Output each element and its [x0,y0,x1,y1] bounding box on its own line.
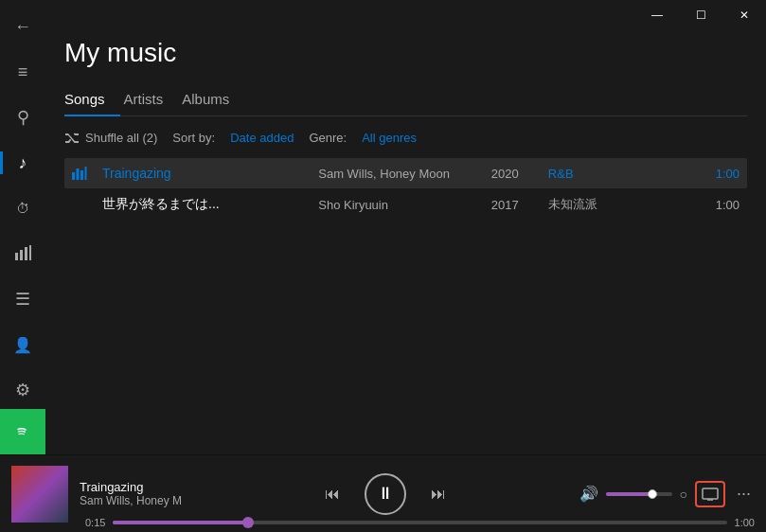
player-right-controls: 🔊 ○ ··· [579,481,755,507]
player-info: Traingazing Sam Wills, Honey M [80,480,184,507]
svg-rect-9 [703,488,718,499]
genre-value[interactable]: All genres [362,131,417,145]
song-title-1: Traingazing [102,166,318,181]
more-button[interactable]: ··· [733,484,755,504]
volume-thumb [648,489,657,499]
player-controls: ⏮ ⏸ ⏭ [317,473,454,515]
progress-container: 0:15 1:00 [85,517,755,528]
svg-rect-7 [80,170,83,180]
spotify-button[interactable] [0,409,45,454]
song-duration-2: 1:00 [692,198,739,212]
volume-icon[interactable]: 🔊 [579,485,598,503]
svg-rect-0 [15,253,18,260]
shuffle-button[interactable]: Shuffle all (2) [64,130,157,145]
progress-fill [113,521,248,524]
volume-slider[interactable] [606,492,672,496]
recent-icon[interactable]: ⏱ [0,186,45,231]
player-artist: Sam Wills, Honey M [80,494,184,507]
maximize-button[interactable]: ☐ [679,0,722,30]
person-icon[interactable]: 👤 [0,322,45,367]
tabs-bar: Songs Artists Albums [64,83,747,116]
song-artist-1: Sam Wills, Honey Moon [318,167,491,181]
controls-row: Shuffle all (2) Sort by: Date added Genr… [64,116,747,158]
current-time: 0:15 [85,517,105,528]
menu-icon[interactable]: ≡ [0,49,45,95]
screen-icon [702,488,719,501]
settings-icon[interactable]: ⚙ [0,367,45,413]
svg-rect-8 [85,167,87,180]
song-row[interactable]: 世界が終るまでは... Sho Kiryuuin 2017 未知流派 1:00 [64,188,747,221]
svg-rect-2 [25,247,27,260]
volume-fill [606,492,652,496]
back-icon[interactable]: ← [0,4,45,49]
song-genre-1: R&B [548,167,692,181]
sort-prefix: Sort by: [172,131,215,145]
search-icon[interactable]: ⚲ [0,95,45,140]
song-year-2: 2017 [491,198,548,212]
song-title-2: 世界が終るまでは... [102,196,318,213]
player-bar: Traingazing Sam Wills, Honey M ⏮ ⏸ ⏭ 🔊 ○… [0,454,766,532]
page-title: My music [64,38,747,68]
chart-icon[interactable] [0,231,45,276]
tab-songs[interactable]: Songs [64,83,120,116]
tab-artists[interactable]: Artists [120,83,179,116]
song-artist-2: Sho Kiryuuin [318,198,491,212]
song-duration-1: 1:00 [692,167,739,181]
song-row[interactable]: Traingazing Sam Wills, Honey Moon 2020 R… [64,158,747,188]
minimize-button[interactable]: — [635,0,679,30]
tab-albums[interactable]: Albums [178,83,244,116]
equalizer-icon [72,167,87,180]
main-content: My music Songs Artists Albums Shuffle al… [45,0,766,454]
song-list: Traingazing Sam Wills, Honey Moon 2020 R… [64,158,747,221]
total-time: 1:00 [735,517,755,528]
shuffle-label: Shuffle all (2) [85,131,157,145]
shuffle-icon [64,130,80,145]
svg-rect-3 [29,245,31,260]
screen-button[interactable] [695,481,725,507]
player-song-title: Traingazing [80,480,184,494]
playing-icon [72,167,95,180]
progress-thumb [242,517,254,528]
titlebar: — ☐ ✕ [46,0,766,30]
svg-rect-1 [20,250,23,260]
prev-button[interactable]: ⏮ [317,479,347,509]
list-icon[interactable]: ☰ [0,276,45,322]
pause-button[interactable]: ⏸ [365,473,406,515]
sidebar: ← ≡ ⚲ ♪ ⏱ ☰ 👤 ⚙ [0,0,45,454]
sort-value[interactable]: Date added [230,131,294,145]
svg-rect-5 [72,172,75,180]
song-year-1: 2020 [491,167,548,181]
repeat-icon: ○ [680,487,687,502]
progress-slider[interactable] [113,521,726,524]
genre-prefix: Genre: [309,131,347,145]
svg-rect-6 [77,168,80,180]
close-button[interactable]: ✕ [722,0,766,30]
music-icon[interactable]: ♪ [0,140,45,186]
song-genre-2: 未知流派 [548,196,692,213]
album-art [11,466,68,523]
next-button[interactable]: ⏭ [423,479,454,509]
